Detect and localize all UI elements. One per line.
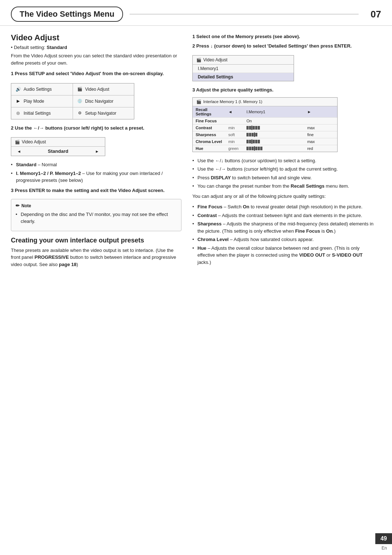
menu-cell-setup: Setup Navigator (73, 107, 134, 119)
default-setting: • Default setting: Standard (11, 45, 181, 50)
preset-bullet-list: Standard – Normal I. Memory1–2 / P. Memo… (11, 161, 181, 184)
right-bullet-3: Press DISPLAY to switch between full and… (192, 174, 377, 181)
step3-heading: 3 Press ENTER to make the setting and ex… (11, 187, 181, 194)
right-column: 1 Select one of the Memory presets (see … (192, 33, 377, 272)
menu-cell-audio: Audio Settings (11, 83, 73, 95)
section-title: Video Adjust (11, 33, 181, 42)
note-list: Depending on the disc and the TV/ monito… (16, 211, 177, 225)
quality-bullet-finefocus: Fine Focus – Switch On to reveal greater… (192, 203, 377, 211)
onscreen-menu: Audio Settings Video Adjust Play Mode Di… (11, 83, 134, 119)
menu-row-2: Play Mode Disc Navigator (11, 95, 134, 107)
note-title: Note (16, 202, 177, 209)
preset-value: Standard (48, 148, 68, 154)
left-column: Video Adjust • Default setting: Standard… (11, 33, 181, 272)
right-step1-heading: 1 Select one of the Memory presets (see … (192, 33, 377, 40)
subsection-text: These presets are available when the vid… (11, 247, 181, 268)
detail-row-memory: I.Memory1 (193, 65, 294, 73)
chapter-number: 07 (365, 9, 381, 20)
main-content: Video Adjust • Default setting: Standard… (0, 29, 392, 279)
quality-table: Recall Settings ◄ I.Memory1 ► Fine Focus… (193, 106, 337, 152)
quality-bullet-contrast: Contrast – Adjusts the contrast between … (192, 212, 377, 219)
audio-icon (15, 86, 21, 93)
video-icon (77, 86, 83, 93)
menu-cell-initial: Initial Settings (11, 107, 73, 119)
right-bullet-list: Use the ←/↓ buttons (cursor up/down) to … (192, 157, 377, 190)
bullet-memory: I. Memory1–2 / P. Memory1–2 – Use for ma… (11, 170, 181, 184)
play-icon (15, 98, 21, 105)
note-box: Note Depending on the disc and the TV/ m… (11, 199, 181, 231)
preset-box-title: Video Adjust (11, 138, 105, 147)
quality-row-sharpness: Sharpness soft fi (193, 131, 337, 138)
quality-row-finefocus: Fine Focus On (193, 117, 337, 124)
preset-left-arrow (17, 148, 21, 154)
quality-row-contrast: Contrast min (193, 124, 337, 131)
header-divider (130, 14, 359, 15)
disc-icon (77, 98, 83, 105)
page-badge: 49 (375, 533, 392, 544)
intro-text: From the Video Adjust screen you can sel… (11, 52, 181, 66)
menu-cell-video: Video Adjust (73, 83, 134, 95)
quality-row-recall: Recall Settings ◄ I.Memory1 ► (193, 106, 337, 118)
right-bullet-1: Use the ←/↓ buttons (cursor up/down) to … (192, 157, 377, 164)
menu-row-1: Audio Settings Video Adjust (11, 83, 134, 95)
detail-row-detailed: Detailed Settings (193, 73, 294, 81)
initial-icon (15, 110, 21, 117)
quality-box: Interlace Memory 1 (I. Memory 1) Recall … (192, 97, 338, 152)
right-bullet-2: Use the ←/→ buttons (cursor left/right) … (192, 166, 377, 173)
preset-box: Video Adjust Standard (11, 137, 105, 156)
right-bullet-4: You can change the preset number from th… (192, 183, 377, 190)
note-item: Depending on the disc and the TV/ monito… (16, 211, 177, 225)
bullet-standard: Standard – Normal (11, 161, 181, 168)
step2-heading: 2 Use the ←/→ buttons (cursor left/ righ… (11, 125, 181, 132)
preset-nav: Standard (11, 147, 105, 156)
menu-row-3: Initial Settings Setup Navigator (11, 107, 134, 119)
step1-heading: 1 Press SETUP and select 'Video Adjust' … (11, 70, 181, 77)
preset-video-icon (15, 139, 20, 144)
setup-icon (77, 110, 83, 117)
quality-bullet-hue: Hue – Adjusts the overall colour balance… (192, 245, 377, 266)
page-lang: En (381, 546, 387, 551)
quality-bullet-sharpness: Sharpness – Adjusts the sharpness of the… (192, 220, 377, 234)
page-title: The Video Settings Menu (11, 7, 123, 22)
quality-bullet-chroma: Chroma Level – Adjusts how saturated col… (192, 236, 377, 243)
detail-video-icon (196, 57, 201, 62)
subsection-title: Creating your own interlace output prese… (11, 236, 181, 245)
quality-bullet-list: Fine Focus – Switch On to reveal greater… (192, 203, 377, 266)
note-icon (16, 202, 20, 209)
detail-settings-box: Video Adjust I.Memory1 Detailed Settings (192, 55, 294, 81)
detail-box-title: Video Adjust (193, 56, 294, 65)
following-text: You can adjust any or all of the followi… (192, 193, 377, 200)
quality-row-chroma: Chroma Level min (193, 138, 337, 145)
right-step3-heading: 3 Adjust the picture quality settings. (192, 86, 377, 94)
quality-row-hue: Hue green (193, 145, 337, 152)
quality-video-icon (196, 99, 201, 104)
right-step2-heading: 2 Press ↓ (cursor down) to select 'Detai… (192, 42, 377, 50)
preset-right-arrow (95, 148, 99, 154)
menu-cell-play: Play Mode (11, 95, 73, 107)
quality-box-title: Interlace Memory 1 (I. Memory 1) (193, 98, 337, 106)
page-header: The Video Settings Menu 07 (0, 0, 392, 26)
menu-cell-disc: Disc Navigator (73, 95, 134, 107)
